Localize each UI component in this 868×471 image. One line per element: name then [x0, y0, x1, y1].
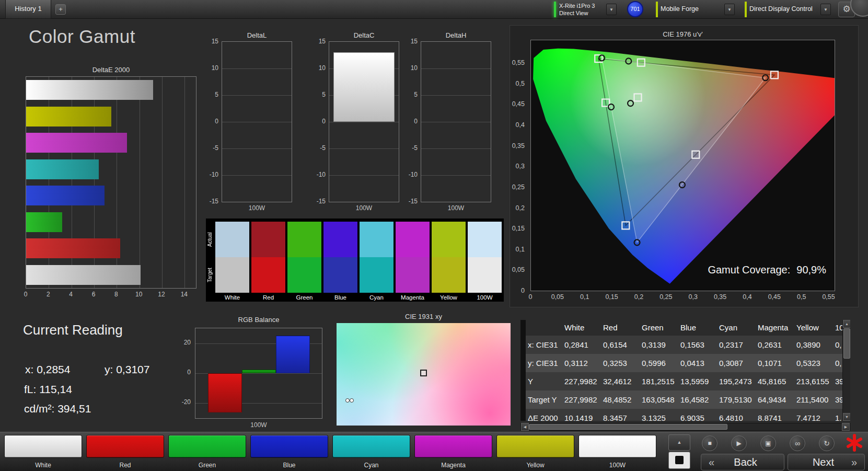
gamut-coverage-readout: Gamut Coverage:90,9%	[708, 264, 826, 276]
row-label: Target Y	[526, 390, 562, 409]
swatch-target	[396, 257, 430, 293]
display-dropdown-chevron-icon[interactable]: ▼	[820, 4, 831, 15]
table-cell: 0,1563	[678, 336, 717, 354]
delta-l-chart: DeltaL 100W 151050-5-10-15	[201, 31, 293, 214]
patch-window-button[interactable]: ▣	[760, 435, 776, 451]
patch-button-100w[interactable]	[578, 435, 656, 458]
axis-tick-label: 0,5	[790, 293, 813, 301]
patch-button-cyan[interactable]	[332, 435, 410, 458]
display-selector[interactable]: Direct Display Control	[749, 5, 813, 13]
add-tab-button[interactable]: +	[55, 4, 66, 15]
swatch-column-yellow: Yellow	[432, 222, 466, 302]
axis-tick-label: 0,25	[654, 293, 677, 301]
scroll-up-button[interactable]: ▲	[843, 320, 850, 328]
page-title: Color Gamut	[29, 26, 135, 47]
stop-button[interactable]: ■	[702, 435, 717, 451]
meter-selector[interactable]: X-Rite i1Pro 3 Direct View	[559, 2, 595, 17]
swatch-column-100w: 100W	[468, 222, 502, 302]
delta-h-chart: DeltaH 100W 151050-5-10-15	[400, 31, 492, 214]
swatch-label: Red	[251, 293, 285, 302]
patch-preview-button[interactable]	[668, 452, 690, 469]
swatch-comparison-panel: Actual Target WhiteRedGreenBlueCyanMagen…	[206, 219, 504, 302]
axis-tick-label: 0	[173, 369, 191, 376]
gridline	[421, 122, 491, 122]
vertical-scrollbar[interactable]: ▲ ▼	[842, 320, 850, 421]
swatch-label: White	[215, 293, 249, 302]
scroll-left-button[interactable]: ◀	[521, 423, 529, 431]
table-cell: 213,6155	[794, 372, 833, 390]
chart-x-label: 100W	[421, 204, 491, 212]
axis-tick-label: 0	[308, 118, 326, 125]
swatch-actual	[215, 222, 249, 257]
table-cell: 39	[833, 372, 842, 390]
axis-tick-label: 0,55	[502, 59, 525, 66]
axis-tick-label: 0	[400, 118, 418, 125]
table-cell: 0,	[833, 354, 842, 372]
play-button[interactable]: ▶	[731, 435, 747, 451]
swatch-columns: WhiteRedGreenBlueCyanMagentaYellow100W	[215, 222, 502, 302]
axis-tick-label: 20	[173, 339, 191, 346]
swatch-column-magenta: Magenta	[396, 222, 430, 302]
history-tab[interactable]: History 1	[5, 0, 51, 19]
swatch-column-white: White	[215, 222, 249, 302]
patch-button-white[interactable]	[4, 435, 82, 458]
swatch-actual	[287, 222, 321, 257]
gridline	[184, 77, 185, 288]
tab-label: History 1	[15, 5, 41, 13]
patch-button-yellow[interactable]	[496, 435, 574, 458]
back-label: Back	[714, 456, 777, 468]
vertical-scrollbar-thumb[interactable]	[843, 328, 850, 359]
gridline	[329, 148, 399, 149]
panel-up-button[interactable]: ▲	[668, 434, 690, 451]
reading-x: x: 0,2854	[25, 363, 70, 376]
meter-mode: Direct View	[559, 9, 595, 17]
swatch-column-blue: Blue	[323, 222, 357, 302]
loop-icon: ↻	[824, 439, 830, 447]
swatch-actual	[432, 222, 466, 257]
deltae-bar-cyan	[26, 159, 99, 179]
swatch-label: Yellow	[432, 293, 466, 302]
axis-tick-label: 0	[201, 118, 218, 125]
workflow-dropdown-chevron-icon[interactable]: ▼	[724, 4, 735, 15]
table-gutter	[520, 320, 526, 421]
back-button[interactable]: « Back	[701, 454, 784, 470]
deltae-chart-title: DeltaE 2000	[26, 66, 196, 74]
axis-tick-label: 0	[20, 291, 31, 298]
chart-x-label: 100W	[222, 204, 292, 212]
axis-tick-label: 15	[308, 38, 326, 45]
cd-value: 394,51	[57, 403, 91, 415]
loop-button[interactable]: ↻	[819, 435, 835, 451]
next-chevrons-icon: »	[851, 456, 857, 468]
top-bar: History 1 + X-Rite i1Pro 3 Direct View ▼…	[0, 0, 868, 19]
swatch-column-red: Red	[251, 222, 285, 302]
patch-button-blue[interactable]	[250, 435, 328, 458]
scroll-right-button[interactable]: ▶	[842, 423, 850, 431]
table-cell: 45,8165	[756, 372, 794, 390]
deltae-bar-red	[26, 238, 120, 258]
target-row-label: Target	[207, 257, 214, 293]
patch-button-red[interactable]	[86, 435, 164, 458]
swatch-label: Magenta	[396, 293, 430, 302]
meter-dropdown-chevron-icon[interactable]: ▼	[606, 4, 617, 15]
rgb-balance-x-label: 100W	[195, 421, 322, 429]
table-cell: 64,9434	[756, 390, 794, 409]
table-cell: 227,9982	[562, 390, 601, 409]
continuous-measure-button[interactable]: ∞	[790, 435, 805, 451]
cd-label: cd/m²:	[24, 403, 54, 415]
axis-tick-label: 15	[400, 38, 418, 45]
patch-button-green[interactable]	[168, 435, 246, 458]
rgb-bar-green	[242, 370, 276, 373]
patch-button-magenta[interactable]	[414, 435, 492, 458]
table-cell: 0,5323	[794, 354, 833, 372]
patch-count-badge[interactable]: 701	[627, 1, 643, 17]
horizontal-scrollbar[interactable]: ◀ ▶	[520, 423, 850, 431]
chromaticity-diagram	[531, 40, 835, 291]
workflow-selector[interactable]: Mobile Forge	[661, 5, 699, 13]
next-button[interactable]: Next »	[788, 454, 865, 470]
delta-bar	[333, 52, 395, 122]
horizontal-scrollbar-thumb[interactable]	[529, 424, 727, 430]
reading-fl: fL: 115,14	[24, 383, 72, 396]
table-cell: 39	[833, 390, 842, 409]
scroll-down-button[interactable]: ▼	[843, 413, 850, 421]
x-label: x:	[25, 363, 33, 375]
